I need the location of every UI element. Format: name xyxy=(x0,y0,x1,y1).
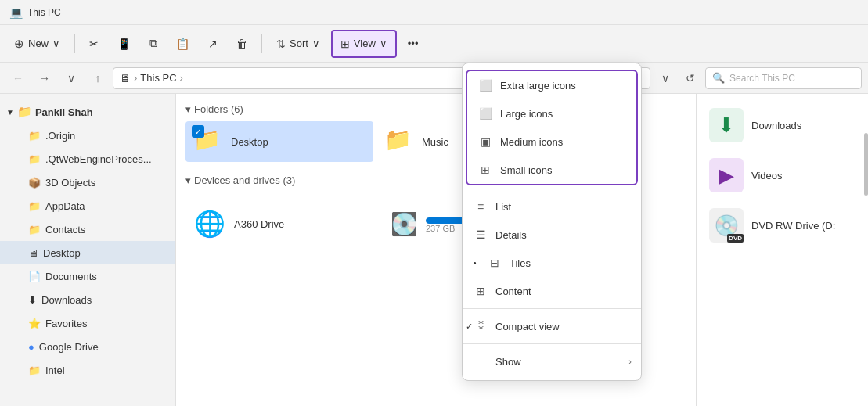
cut-icon: ✂ xyxy=(89,38,99,50)
sidebar-item-label: Documents xyxy=(45,271,97,282)
sidebar-item-label: Desktop xyxy=(43,247,81,259)
menu-divider-2 xyxy=(463,308,641,309)
sidebar-item-qtwebengine[interactable]: 📁 .QtWebEngineProces... xyxy=(0,147,175,171)
sidebar-item-label: Intel xyxy=(45,365,65,376)
menu-item-label: Small icons xyxy=(500,164,552,176)
search-box[interactable]: 🔍 Search This PC xyxy=(705,67,862,89)
more-button[interactable]: ••• xyxy=(400,30,427,58)
dvd-icon-container: 💿 DVD xyxy=(709,208,744,243)
menu-item-medium-icons[interactable]: ▣ Medium icons xyxy=(467,128,636,156)
sidebar: ▼ 📁 Pankil Shah 📁 .Origin 📁 .QtWebEngine… xyxy=(0,94,176,406)
device-item-a360[interactable]: 🌐 A360 Drive xyxy=(185,192,373,255)
extra-large-icons-icon: ⬜ xyxy=(478,79,492,92)
folder-item-desktop[interactable]: 📁 ✓ Desktop xyxy=(185,121,373,162)
sidebar-item-label: Google Drive xyxy=(39,341,99,353)
sidebar-item-intel[interactable]: 📁 Intel xyxy=(0,358,175,382)
refresh-button[interactable]: ↺ xyxy=(679,66,702,90)
folder-name: Desktop xyxy=(231,136,268,148)
menu-item-show[interactable]: Show › xyxy=(463,347,641,375)
paste-button[interactable]: 📋 xyxy=(168,30,197,58)
sort-button[interactable]: ⇅ Sort ∨ xyxy=(268,30,328,58)
back-button[interactable]: ← xyxy=(6,66,30,90)
right-item-videos[interactable]: ▶ Videos xyxy=(703,153,862,197)
folder-name: Music xyxy=(422,136,448,148)
breadcrumb-this-pc[interactable]: This PC xyxy=(140,72,176,84)
devices-section-label: Devices and drives (3) xyxy=(194,174,295,186)
menu-item-label: Show xyxy=(495,356,521,368)
copy-button[interactable]: ⧉ xyxy=(142,30,165,58)
sidebar-item-label: Favorites xyxy=(45,318,87,329)
user-folder-icon: 📁 xyxy=(17,105,32,119)
menu-item-small-icons[interactable]: ⊞ Small icons xyxy=(467,156,636,184)
share-button[interactable]: ↗ xyxy=(200,30,225,58)
sidebar-item-desktop[interactable]: 🖥 Desktop xyxy=(0,241,175,264)
right-item-downloads[interactable]: ⬇ Downloads xyxy=(703,103,862,147)
toolbar-divider-2 xyxy=(261,34,262,53)
sort-label: Sort xyxy=(290,38,308,49)
chevron-down-icon: ▼ xyxy=(6,108,14,117)
delete-icon: 🗑 xyxy=(236,38,247,50)
menu-item-label: Medium icons xyxy=(500,136,563,148)
search-placeholder: Search This PC xyxy=(729,73,795,84)
sidebar-item-documents[interactable]: 📄 Documents xyxy=(0,264,175,288)
documents-icon: 📄 xyxy=(28,271,41,282)
new-arrow: ∨ xyxy=(52,38,60,49)
small-icons-icon: ⊞ xyxy=(478,163,492,176)
folder-icon: 📁 xyxy=(28,200,41,212)
sidebar-user-label: Pankil Shah xyxy=(35,106,93,118)
view-arrow: ∨ xyxy=(380,38,387,49)
phone-icon: 📱 xyxy=(117,38,131,50)
delete-button[interactable]: 🗑 xyxy=(229,30,255,58)
breadcrumb-pc-icon: 🖥 xyxy=(120,72,131,84)
right-item-dvd[interactable]: 💿 DVD DVD RW Drive (D: xyxy=(703,203,862,247)
sidebar-root-user[interactable]: ▼ 📁 Pankil Shah xyxy=(0,100,175,124)
search-icon: 🔍 xyxy=(712,72,725,84)
title-bar: 💻 This PC — xyxy=(0,0,868,25)
sidebar-item-contacts[interactable]: 📁 Contacts xyxy=(0,217,175,241)
address-dropdown-button[interactable]: ∨ xyxy=(654,66,677,90)
menu-item-compact-view[interactable]: ⁑ Compact view xyxy=(463,312,641,340)
devices-collapse-icon: ▾ xyxy=(185,174,191,186)
title-bar-title: This PC xyxy=(27,7,61,18)
sidebar-item-googledrive[interactable]: ● Google Drive xyxy=(0,335,175,358)
new-button[interactable]: ⊕ New ∨ xyxy=(6,30,68,58)
sidebar-item-appdata[interactable]: 📁 AppData xyxy=(0,194,175,217)
menu-item-details[interactable]: ☰ Details xyxy=(463,221,641,249)
folder-icon: 📁 xyxy=(28,153,41,165)
address-bar: ← → ∨ ↑ 🖥 › This PC › ∨ ↺ 🔍 Search This … xyxy=(0,63,868,94)
forward-button[interactable]: → xyxy=(33,66,56,90)
plus-icon: ⊕ xyxy=(14,37,24,51)
copy-icon: ⧉ xyxy=(149,37,157,50)
menu-item-tiles[interactable]: • ⊟ Tiles xyxy=(463,249,641,277)
medium-icons-icon: ▣ xyxy=(478,135,492,148)
view-button[interactable]: ⊞ View ∨ xyxy=(331,30,397,58)
sidebar-item-3dobjects[interactable]: 📦 3D Objects xyxy=(0,171,175,194)
sidebar-item-label: .QtWebEngineProces... xyxy=(45,153,152,165)
sidebar-item-downloads[interactable]: ⬇ Downloads xyxy=(0,288,175,311)
downloads-icon: ⬇ xyxy=(28,294,37,306)
cut-button[interactable]: ✂ xyxy=(81,30,106,58)
share-icon: ↗ xyxy=(208,38,218,50)
address-nav-buttons: ∨ ↺ xyxy=(654,66,702,90)
sidebar-item-label: 3D Objects xyxy=(45,177,95,189)
up-button[interactable]: ↑ xyxy=(86,66,110,90)
compact-view-icon: ⁑ xyxy=(474,320,488,332)
sidebar-item-label: .Origin xyxy=(45,130,75,142)
menu-item-list[interactable]: ≡ List xyxy=(463,192,641,221)
recent-locations-button[interactable]: ∨ xyxy=(59,66,83,90)
menu-item-label: Large icons xyxy=(500,108,553,120)
sidebar-item-origin[interactable]: 📁 .Origin xyxy=(0,124,175,147)
sidebar-item-favorites[interactable]: ⭐ Favorites xyxy=(0,311,175,335)
menu-item-label: Details xyxy=(495,229,527,241)
sidebar-item-label: Contacts xyxy=(45,224,85,235)
menu-item-large-icons[interactable]: ⬜ Large icons xyxy=(467,99,636,128)
menu-item-extra-large-icons[interactable]: ⬜ Extra large icons xyxy=(467,71,636,99)
menu-item-content[interactable]: ⊞ Content xyxy=(463,277,641,305)
minimize-button[interactable]: — xyxy=(823,0,859,25)
title-bar-controls: — xyxy=(823,0,859,25)
phone-button[interactable]: 📱 xyxy=(110,30,139,58)
localdrive-icon: 💽 xyxy=(391,211,418,237)
pc-icon: 💻 xyxy=(9,6,23,19)
tiles-bullet: • xyxy=(474,259,480,268)
folders-collapse-icon: ▾ xyxy=(185,103,191,115)
